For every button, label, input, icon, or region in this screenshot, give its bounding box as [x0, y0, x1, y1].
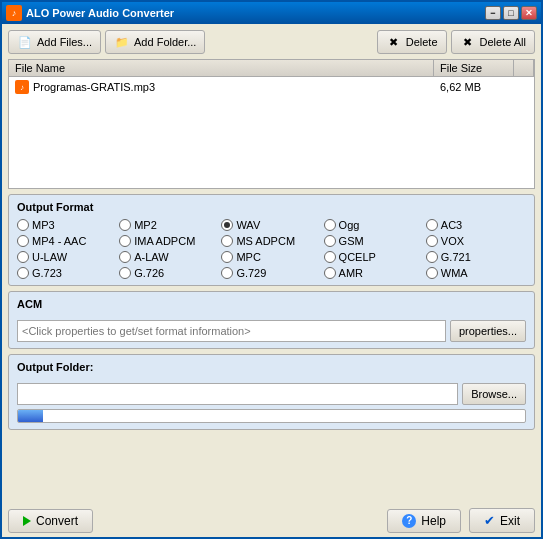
format-gsm[interactable]: GSM [324, 235, 424, 247]
col-header-extra [514, 60, 534, 76]
app-icon: ♪ [6, 5, 22, 21]
radio-vox[interactable] [426, 235, 438, 247]
radio-qcelp[interactable] [324, 251, 336, 263]
radio-g721[interactable] [426, 251, 438, 263]
minimize-button[interactable]: − [485, 6, 501, 20]
format-vox[interactable]: VOX [426, 235, 526, 247]
progress-bar-container [17, 409, 526, 423]
exit-icon: ✔ [484, 513, 495, 528]
file-size: 6,62 MB [434, 80, 514, 94]
radio-mp4aac[interactable] [17, 235, 29, 247]
format-ulaw[interactable]: U-LAW [17, 251, 117, 263]
format-g721[interactable]: G.721 [426, 251, 526, 263]
help-icon: ? [402, 514, 416, 528]
convert-button[interactable]: Convert [8, 509, 93, 533]
output-folder-panel: Output Folder: Browse... [8, 354, 535, 430]
radio-wma[interactable] [426, 267, 438, 279]
radio-ima[interactable] [119, 235, 131, 247]
folder-row: Browse... [17, 383, 526, 405]
bottom-bar: Convert ? Help ✔ Exit [2, 504, 541, 537]
output-format-title: Output Format [17, 201, 526, 213]
window-controls: − □ ✕ [485, 6, 537, 20]
maximize-button[interactable]: □ [503, 6, 519, 20]
radio-g729[interactable] [221, 267, 233, 279]
acm-row: properties... [17, 320, 526, 342]
acm-title: ACM [17, 298, 526, 310]
format-wma[interactable]: WMA [426, 267, 526, 279]
file-list-header: File Name File Size [9, 60, 534, 77]
col-header-name: File Name [9, 60, 434, 76]
file-name: Programas-GRATIS.mp3 [33, 81, 155, 93]
format-qcelp[interactable]: QCELP [324, 251, 424, 263]
help-button[interactable]: ? Help [387, 509, 461, 533]
add-files-icon: 📄 [17, 34, 33, 50]
radio-gsm[interactable] [324, 235, 336, 247]
delete-button[interactable]: ✖ Delete [377, 30, 447, 54]
format-g723[interactable]: G.723 [17, 267, 117, 279]
format-mp3[interactable]: MP3 [17, 219, 117, 231]
play-icon [23, 516, 31, 526]
folder-input[interactable] [17, 383, 458, 405]
file-list: File Name File Size ♪ Programas-GRATIS.m… [8, 59, 535, 189]
delete-icon: ✖ [386, 34, 402, 50]
delete-all-icon: ✖ [460, 34, 476, 50]
add-folder-button[interactable]: 📁 Add Folder... [105, 30, 205, 54]
radio-g723[interactable] [17, 267, 29, 279]
delete-all-button[interactable]: ✖ Delete All [451, 30, 535, 54]
output-format-panel: Output Format MP3 MP2 WAV Ogg [8, 194, 535, 286]
progress-bar-fill [18, 410, 43, 422]
format-g726[interactable]: G.726 [119, 267, 219, 279]
radio-mp3[interactable] [17, 219, 29, 231]
file-name-cell: ♪ Programas-GRATIS.mp3 [9, 79, 434, 95]
format-ms[interactable]: MS ADPCM [221, 235, 321, 247]
format-mpc[interactable]: MPC [221, 251, 321, 263]
format-radio-grid: MP3 MP2 WAV Ogg AC3 [17, 219, 526, 279]
main-window: ♪ ALO Power Audio Converter − □ ✕ 📄 Add … [0, 0, 543, 539]
format-wav[interactable]: WAV [221, 219, 321, 231]
output-folder-title: Output Folder: [17, 361, 526, 373]
close-button[interactable]: ✕ [521, 6, 537, 20]
radio-g726[interactable] [119, 267, 131, 279]
properties-button[interactable]: properties... [450, 320, 526, 342]
file-type-icon: ♪ [15, 80, 29, 94]
radio-ms[interactable] [221, 235, 233, 247]
radio-alaw[interactable] [119, 251, 131, 263]
format-ac3[interactable]: AC3 [426, 219, 526, 231]
format-g729[interactable]: G.729 [221, 267, 321, 279]
format-mp4aac[interactable]: MP4 - AAC [17, 235, 117, 247]
window-title: ALO Power Audio Converter [26, 7, 485, 19]
col-header-size: File Size [434, 60, 514, 76]
format-alaw[interactable]: A-LAW [119, 251, 219, 263]
radio-wav[interactable] [221, 219, 233, 231]
browse-button[interactable]: Browse... [462, 383, 526, 405]
toolbar: 📄 Add Files... 📁 Add Folder... ✖ Delete … [8, 30, 535, 54]
radio-ac3[interactable] [426, 219, 438, 231]
format-ima[interactable]: IMA ADPCM [119, 235, 219, 247]
radio-mpc[interactable] [221, 251, 233, 263]
radio-amr[interactable] [324, 267, 336, 279]
radio-mp2[interactable] [119, 219, 131, 231]
acm-panel: ACM properties... [8, 291, 535, 349]
title-bar: ♪ ALO Power Audio Converter − □ ✕ [2, 2, 541, 24]
add-files-button[interactable]: 📄 Add Files... [8, 30, 101, 54]
table-row[interactable]: ♪ Programas-GRATIS.mp3 6,62 MB [9, 77, 534, 97]
main-content: 📄 Add Files... 📁 Add Folder... ✖ Delete … [2, 24, 541, 504]
exit-button[interactable]: ✔ Exit [469, 508, 535, 533]
acm-input[interactable] [17, 320, 446, 342]
format-mp2[interactable]: MP2 [119, 219, 219, 231]
format-amr[interactable]: AMR [324, 267, 424, 279]
radio-ulaw[interactable] [17, 251, 29, 263]
format-ogg[interactable]: Ogg [324, 219, 424, 231]
add-folder-icon: 📁 [114, 34, 130, 50]
radio-ogg[interactable] [324, 219, 336, 231]
